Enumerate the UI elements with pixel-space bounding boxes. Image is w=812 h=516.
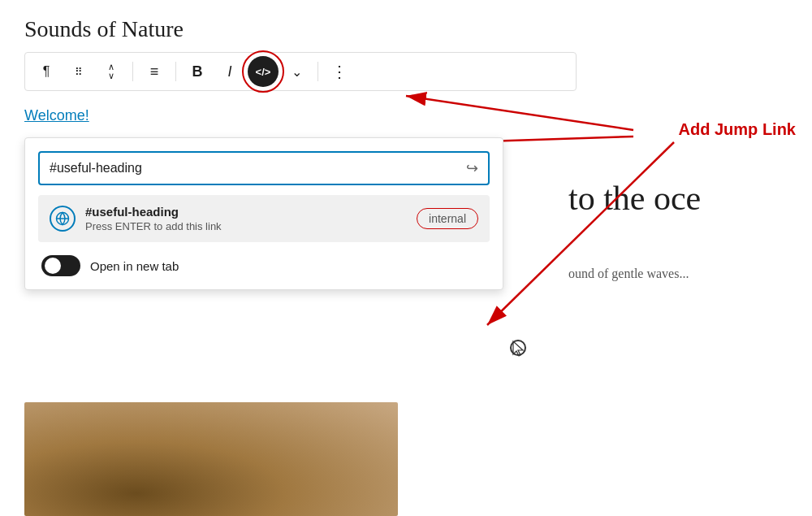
toolbar-divider-1 [132,62,133,81]
toolbar-divider-2 [175,62,176,81]
link-input[interactable] [50,161,466,176]
add-jump-link-label: Add Jump Link [679,120,796,139]
background-image-inner [24,402,398,516]
suggestion-subtitle: Press ENTER to add this link [85,220,407,232]
toolbar: ¶ ⠿ ∧∨ ≡ B I </> ⌄ ⋮ [24,52,577,91]
more-options-btn[interactable]: ⋮ [325,57,354,86]
link-popup: ↩ #useful-heading Press ENTER to add thi… [24,137,503,290]
right-small-text: ound of gentle waves... [568,267,796,281]
paragraph-btn[interactable]: ¶ [32,57,61,86]
background-image [24,402,398,516]
chevron-updown-btn[interactable]: ∧∨ [97,57,126,86]
page-wrapper: Sounds of Nature ¶ ⠿ ∧∨ ≡ B I </> ⌄ ⋮ We… [0,0,812,516]
right-large-text: to the oce [568,179,796,218]
suggestion-item[interactable]: #useful-heading Press ENTER to add this … [38,195,490,242]
toolbar-divider-3 [317,62,318,81]
bold-btn[interactable]: B [183,57,212,86]
page-title: Sounds of Nature [24,16,788,42]
cursor [510,340,526,356]
globe-icon [50,206,76,232]
link-input-wrapper: ↩ [38,151,490,185]
welcome-link[interactable]: Welcome! [24,107,89,124]
open-new-tab-toggle[interactable] [41,255,80,276]
svg-line-3 [406,96,633,130]
right-text-area: to the oce ound of gentle waves... [552,163,812,297]
suggestion-title: #useful-heading [85,205,407,219]
align-btn[interactable]: ≡ [140,57,169,86]
suggestion-text: #useful-heading Press ENTER to add this … [85,205,407,232]
chevron-down-btn[interactable]: ⌄ [282,57,311,86]
return-icon[interactable]: ↩ [466,159,478,177]
open-new-tab-label: Open in new tab [90,259,179,273]
code-btn[interactable]: </> [248,56,279,87]
internal-badge[interactable]: internal [417,208,478,229]
italic-btn[interactable]: I [215,57,244,86]
dots-grid-btn[interactable]: ⠿ [64,57,93,86]
toggle-row: Open in new tab [38,255,490,276]
